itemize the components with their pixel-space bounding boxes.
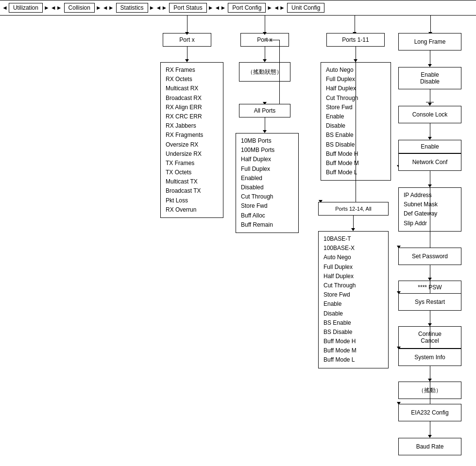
nav-item-statistics[interactable]: Statistics [116, 3, 148, 13]
p1214-disable: Disable [323, 309, 383, 318]
all-ports-enabled: Enabled [241, 174, 293, 183]
stats-item-multicast-tx: Multicast TX [166, 177, 218, 186]
all-ports-full-duplex: Full Duplex [241, 165, 293, 174]
all-ports-box[interactable]: All Ports [239, 104, 290, 117]
disable-label-1: Disable [420, 78, 440, 85]
p1214-half-duplex: Half Duplex [323, 272, 383, 281]
system-info-box[interactable]: System Info [398, 349, 461, 366]
port-status-toggle-label: （搖動狀態） [247, 68, 282, 76]
nav-arrow-left-utilization: ◄ [2, 4, 8, 11]
system-info-label: System Info [414, 354, 445, 361]
network-conf-box[interactable]: Network Conf [398, 153, 461, 171]
p1214-buff-mode-m: Buff Mode M [323, 346, 383, 355]
enable-disable-box[interactable]: Enable Disable [398, 67, 461, 89]
enable-label-1: Enable [421, 71, 439, 78]
ports-12-14-label: Ports 12-14, All [335, 206, 372, 212]
nav-item-port-status[interactable]: Port Status [169, 3, 206, 13]
long-frame-label: Long Frame [414, 38, 446, 45]
all-ports-items-box: 10MB Ports 100MB Ports Half Duplex Full … [236, 133, 299, 233]
sys-restart-box[interactable]: Sys Restart [398, 293, 461, 311]
stats-item-rx-jabbers: RX Jabbers [166, 121, 218, 131]
stats-item-rx-fragments: RX Fragments [166, 131, 218, 140]
stats-item-multicast-rx: Multicast RX [166, 84, 218, 93]
stats-item-tx-octets: TX Octets [166, 168, 218, 177]
network-conf-label: Network Conf [412, 159, 448, 166]
nav-item-unit-config[interactable]: Unit Config [287, 3, 324, 13]
all-ports-cut-through: Cut Through [241, 192, 293, 201]
statistics-items-box: RX Frames RX Octets Multicast RX Broadca… [160, 62, 223, 218]
statistics-port-x-label: Port x [179, 36, 194, 43]
p1214-full-duplex: Full Duplex [323, 263, 383, 272]
all-ports-100mb: 100MB Ports [241, 146, 293, 155]
p1214-10base-t: 10BASE-T [323, 234, 383, 244]
p1214-bs-enable: BS Enable [323, 318, 383, 328]
stats-item-rx-frames: RX Frames [166, 66, 218, 75]
console-lock-box[interactable]: Console Lock [398, 106, 461, 123]
nav-item-collision[interactable]: Collision [64, 3, 95, 13]
stats-item-rx-crc-err: RX CRC ERR [166, 112, 218, 121]
top-nav: ◄ Utilization ► ◄► Collision ► ◄► Statis… [0, 0, 476, 16]
console-lock-label: Console Lock [412, 111, 448, 118]
p1214-buff-mode-h: Buff Mode H [323, 337, 383, 346]
all-ports-store-fwd: Store Fwd [241, 201, 293, 211]
nav-arrow-right-statistics: ► [149, 4, 155, 11]
diagram: ◄ Utilization ► ◄► Collision ► ◄► Statis… [0, 0, 476, 466]
nav-separator-5: ◄► [273, 4, 285, 11]
nav-item-port-config[interactable]: Port Config [228, 3, 266, 13]
eia232-label: EIA232 Config [411, 409, 448, 416]
set-password-label: Set Password [412, 253, 448, 260]
ports-12-14-items-box: 10BASE-T 100BASE-X Auto Nego Full Duplex… [318, 231, 389, 368]
nav-arrow-right-port-status: ► [208, 4, 214, 11]
nav-separator-4: ◄► [215, 4, 226, 11]
sys-restart-label: Sys Restart [415, 299, 445, 305]
nav-arrow-right-utilization: ► [44, 4, 50, 11]
nav-separator-3: ◄► [156, 4, 168, 11]
stats-item-broadcast-tx: Broadcast TX [166, 186, 218, 196]
ports-1-11-label: Ports 1-11 [342, 36, 369, 43]
p1214-bs-disable: BS Disable [323, 328, 383, 337]
p1214-100base-x: 100BASE-X [323, 244, 383, 253]
long-frame-box[interactable]: Long Frame [398, 33, 461, 50]
nav-separator-2: ◄► [102, 4, 114, 11]
stats-item-pkt-loss: Pkt Loss [166, 196, 218, 205]
stats-item-tx-frames: TX Frames [166, 159, 218, 168]
stats-item-oversize-rx: Oversize RX [166, 140, 218, 150]
nav-arrow-right-port-config: ► [267, 4, 272, 11]
all-ports-buff-alloc: Buff Alloc [241, 211, 293, 220]
baud-rate-label: Baud Rate [416, 443, 444, 450]
stats-item-rx-octets: RX Octets [166, 75, 218, 84]
nav-separator-1: ◄► [51, 4, 62, 11]
eia232-config-box[interactable]: EIA232 Config [398, 404, 461, 421]
all-ports-buff-remain: Buff Remain [241, 220, 293, 230]
p1214-enable: Enable [323, 300, 383, 309]
stats-item-rx-align-err: RX Align ERR [166, 103, 218, 112]
nav-item-utilization[interactable]: Utilization [9, 3, 43, 13]
p1214-cut-through: Cut Through [323, 281, 383, 290]
p1214-store-fwd: Store Fwd [323, 290, 383, 300]
set-password-box[interactable]: Set Password [398, 248, 461, 265]
p1214-auto-nego: Auto Nego [323, 253, 383, 262]
ports-12-14-box[interactable]: Ports 12-14, All [318, 202, 389, 216]
baud-rate-box[interactable]: Baud Rate [398, 438, 461, 455]
ports-1-11-box[interactable]: Ports 1-11 [326, 33, 385, 47]
all-ports-disabled: Disabled [241, 183, 293, 192]
all-ports-10mb: 10MB Ports [241, 136, 293, 146]
enable-label-2: Enable [421, 143, 439, 150]
all-ports-half-duplex: Half Duplex [241, 155, 293, 164]
statistics-port-x-box[interactable]: Port x [163, 33, 211, 47]
nav-arrow-right-collision: ► [96, 4, 102, 11]
p1214-buff-mode-l: Buff Mode L [323, 355, 383, 365]
stats-item-rx-overrun: RX Overrun [166, 205, 218, 215]
port-status-toggle-box[interactable]: （搖動狀態） [239, 62, 290, 82]
stats-item-undersize-rx: Undersize RX [166, 150, 218, 159]
stats-item-broadcast-rx: Broadcast RX [166, 94, 218, 103]
enable-box[interactable]: Enable [398, 140, 461, 153]
all-ports-label: All Ports [254, 107, 276, 114]
